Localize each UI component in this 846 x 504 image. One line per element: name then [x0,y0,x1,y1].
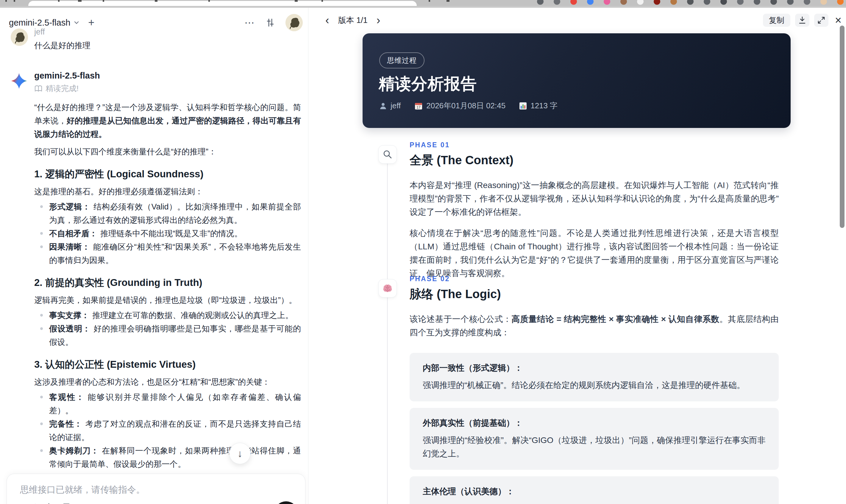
status-glyph-2-icon[interactable] [554,0,560,5]
menubar [0,0,846,8]
status-glyph-4-icon[interactable] [704,0,710,5]
app-blue-icon[interactable] [587,0,594,5]
artifact-toolbar: ‹ 版本 1/1 › 复制 × [325,12,842,29]
app-tan-icon[interactable] [670,0,677,5]
report-meta: jeff 17 2026年01月08日 02:45 1213 字 [379,101,558,111]
list-item: 完备性：考虑了对立的观点和潜在的反证，而不是只选择支持自己结论的证据。 [49,417,301,444]
status-glyph-8-icon[interactable] [770,0,777,5]
version-label: 版本 1/1 [338,15,368,25]
clipped-glyph [446,0,450,2]
dimension-box: 外部真实性（前提基础）： 强调推理的“经验校准”。解决“GIGO（垃圾进，垃圾出… [410,408,779,470]
phase-label: PHASE 01 [410,141,779,149]
bullet-list: 客观性：能够识别并尽量排除个人偏见（如幸存者偏差、确认偏差）。 完备性：考虑了对… [34,391,301,471]
user-avatar [11,29,28,46]
chevron-left-icon[interactable]: ‹ [325,15,329,26]
book-icon [34,85,42,92]
clipped-glyph [5,0,7,2]
clipped-glyph [321,0,323,2]
status-glyph-10-icon[interactable] [804,0,810,5]
clipped-glyph [429,0,430,2]
download-button[interactable] [795,14,809,27]
window-tab [28,1,417,6]
clipped-glyph [103,0,104,2]
app-window: gemini-2.5-flash + ⋯ [0,8,846,504]
meta-wordcount: 1213 字 [519,101,558,111]
attach-plus-button[interactable]: + [20,502,27,504]
model-sparkle-icon[interactable] [44,503,54,504]
copy-button[interactable]: 复制 [763,14,790,27]
meta-date: 17 2026年01月08日 02:45 [415,101,506,111]
app-pink-icon[interactable] [604,0,610,5]
chat-input[interactable] [20,485,282,495]
input-toolbar: + [20,502,71,504]
message-author: jeff [34,27,301,37]
gemini-logo-icon [11,73,28,89]
app-red-icon[interactable] [570,0,577,5]
arrow-down-icon: ↓ [237,448,243,460]
list-item: 形式逻辑：结构必须有效（Valid）。比如演绎推理中，如果前提全部为真，那么通过… [49,200,301,227]
report-title: 精读分析报告 [378,73,477,95]
close-icon[interactable]: × [835,15,842,26]
phase-paragraph: 本内容是对“推理 (Reasoning)”这一抽象概念的高层建模。在知识爆炸与人… [410,179,779,219]
report-badge: 思维过程 [379,52,424,68]
section-intro: 这是推理的基石。好的推理必须遵循逻辑法则： [34,185,301,198]
status-glyph-7-icon[interactable] [754,0,760,5]
report-header-card: 思维过程 精读分析报告 jeff 17 2026年01月08日 02:45 12… [363,33,791,128]
svg-text:17: 17 [417,105,421,109]
status-glyph-3-icon[interactable] [687,0,693,5]
status-glyph-9-icon[interactable] [787,0,794,5]
list-item: 奥卡姆剃刀：在解释同一个现象时，如果两种推理都能站得住脚，通常倾向于最简单、假设… [49,444,301,471]
section-intro: 逻辑再完美，如果前提是错误的，推理也是垃圾（即“垃圾进，垃圾出”）。 [34,294,301,307]
settings-sliders-icon[interactable] [265,18,275,28]
list-item: 客观性：能够识别并尽量排除个人偏见（如幸存者偏差、确认偏差）。 [49,391,301,417]
paragraph: 我们可以从以下四个维度来衡量什么是“好的推理”： [34,145,301,159]
chevron-down-icon[interactable] [73,19,80,26]
timeline-connector [387,162,388,504]
status-glyph-6-icon[interactable] [737,0,744,5]
new-chat-button[interactable]: + [88,17,94,28]
section-heading: 1. 逻辑的严密性 (Logical Soundness) [34,167,301,181]
voice-input-button[interactable] [274,501,298,504]
bullet-list: 形式逻辑：结构必须有效（Valid）。比如演绎推理中，如果前提全部为真，那么通过… [34,200,301,267]
artifact-panel: ‹ 版本 1/1 › 复制 × 思维过程 精 [309,8,846,504]
dimension-box: 内部一致性（形式逻辑）： 强调推理的“机械正确”。结论必须在给定的规则系统内逻辑… [410,353,779,401]
clipped-glyph [14,0,15,2]
bullet-list: 事实支撑：推理建立在可靠的数据、准确的观测或公认的真理之上。 假设透明：好的推理… [34,309,301,349]
list-item: 假设透明：好的推理会明确指明哪些是已知事实，哪些是基于可能的假设。 [49,322,301,349]
message-author: gemini-2.5-flash [34,70,301,81]
phase-label: PHASE 02 [410,275,779,283]
phase1-magnifier-icon [378,145,397,164]
chat-panel: gemini-2.5-flash + ⋯ [0,8,309,504]
clipped-glyph [208,0,210,2]
list-item: 事实支撑：推理建立在可靠的数据、准确的观测或公认的真理之上。 [49,309,301,322]
download-icon [798,16,807,25]
phase-paragraph: 核心情境在于解决“思考的随意性”问题。不论是人类通过批判性思维进行决策，还是大语… [410,227,779,280]
status-text: 精读完成! [46,83,78,94]
calendar-icon: 17 [415,102,423,110]
scroll-to-bottom-button[interactable]: ↓ [229,443,251,464]
scrollbar-thumb[interactable] [840,25,845,228]
phase2-section: PHASE 02 脉络 (The Logic) 该论述基于一个核心公式：高质量结… [410,275,779,339]
phase-title: 全景 (The Context) [410,152,779,168]
conversation-title[interactable]: gemini-2.5-flash [9,18,70,28]
list-item: 不自相矛盾：推理链条中不能出现“既是又非”的情况。 [49,227,301,240]
status-glyph-5-icon[interactable] [720,0,727,5]
app-white-icon[interactable] [637,0,644,5]
phase-paragraph: 该论述基于一个核心公式：高质量结论 = 结构完整性 × 事实准确性 × 认知自律… [410,312,779,339]
app-darkred-icon[interactable] [654,0,660,5]
app-orange-icon[interactable] [837,0,844,5]
section-intro: 这涉及推理者的心态和方法论，也是区分“杠精”和“思想家”的关键： [34,376,301,389]
status-glyph-1-icon[interactable] [537,0,544,5]
expand-button[interactable] [814,14,828,27]
dimension-boxes: 内部一致性（形式逻辑）： 强调推理的“机械正确”。结论必须在给定的规则系统内逻辑… [410,353,779,504]
menubar-icons[interactable] [537,0,844,5]
app-brown-icon[interactable] [620,0,627,5]
clipped-glyph [295,0,298,2]
chevron-right-icon[interactable]: › [376,15,381,26]
person-icon [379,102,387,110]
app-avatar-icon[interactable] [821,0,827,5]
phase2-brain-icon [378,279,397,298]
phase1-section: PHASE 01 全景 (The Context) 本内容是对“推理 (Reas… [410,141,779,280]
section-heading: 3. 认知的公正性 (Epistemic Virtues) [34,358,301,371]
clipped-glyph [58,0,59,2]
